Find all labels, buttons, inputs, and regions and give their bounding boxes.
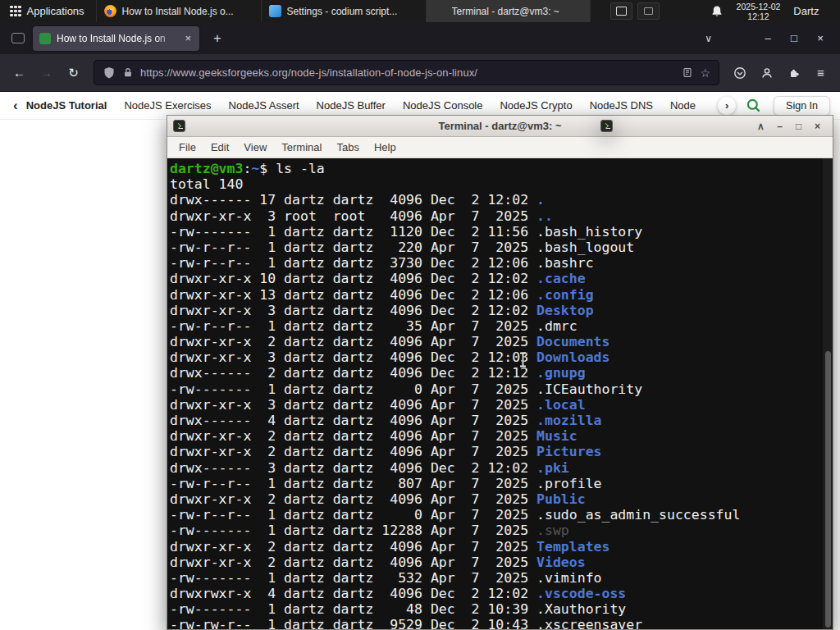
gfg-nav-item[interactable]: NodeJS Assert xyxy=(229,99,299,112)
reader-mode-icon[interactable] xyxy=(682,66,693,79)
terminal-listing-row: -rw------- 1 dartz dartz 0 Apr 7 2025 .I… xyxy=(170,381,821,397)
listing-meta: drwx------ 17 dartz dartz 4096 Dec 2 12:… xyxy=(170,192,536,208)
terminal-listing-row: drwxr-xr-x 2 dartz dartz 4096 Apr 7 2025… xyxy=(170,334,821,349)
tray-display-icon[interactable] xyxy=(610,2,632,20)
account-icon[interactable] xyxy=(753,61,780,85)
gfg-nav-item[interactable]: Node xyxy=(670,99,696,112)
listing-filename: .pki xyxy=(536,460,569,476)
window-minimize-button[interactable]: – xyxy=(755,32,781,44)
terminal-titlebar[interactable]: Terminal - dartz@vm3: ~ ∧ – □ × xyxy=(167,116,833,137)
search-icon[interactable] xyxy=(746,98,761,113)
pocket-icon[interactable] xyxy=(726,61,753,85)
screen: Applications How to Install Node.js o...… xyxy=(0,0,840,630)
clock[interactable]: 2025-12-02 12:12 xyxy=(737,2,781,21)
listing-filename: Pictures xyxy=(536,444,601,459)
listing-filename: .local xyxy=(536,397,586,413)
url-text[interactable]: https://www.geeksforgeeks.org/node-js/in… xyxy=(140,66,675,79)
gfg-nav-item[interactable]: NodeJS DNS xyxy=(590,99,653,112)
applications-grid-icon xyxy=(10,6,21,17)
window-maximize-button[interactable]: □ xyxy=(781,32,807,44)
prompt-symbol: $ xyxy=(259,161,276,176)
menubar-item-file[interactable]: File xyxy=(171,139,203,156)
listing-meta: drwxr-xr-x 10 dartz dartz 4096 Dec 2 12:… xyxy=(170,271,536,286)
listing-meta: -rw------- 1 dartz dartz 12288 Apr 7 202… xyxy=(170,523,536,538)
listing-filename: .viminfo xyxy=(536,570,601,586)
menu-icon[interactable]: ≡ xyxy=(807,61,834,85)
taskbar-item-codium[interactable]: Settings - codium script... xyxy=(261,0,426,22)
listing-filename: .ICEauthority xyxy=(536,381,642,397)
window-close-button[interactable]: × xyxy=(807,32,833,44)
taskbar-item-terminal[interactable]: Terminal - dartz@vm3: ~ xyxy=(426,0,591,22)
listing-filename: Videos xyxy=(536,555,586,570)
listing-meta: -rw-r--r-- 1 dartz dartz 807 Apr 7 2025 xyxy=(170,476,536,491)
listing-meta: -rw-rw-r-- 1 dartz dartz 9529 Dec 2 10:4… xyxy=(170,617,536,629)
listing-meta: drwxr-xr-x 2 dartz dartz 4096 Apr 7 2025 xyxy=(170,491,536,507)
gfg-nav-item[interactable]: NodeJS Buffer xyxy=(317,99,386,112)
terminal-minimize-button[interactable]: – xyxy=(770,117,789,135)
browser-tab[interactable]: How to Install Node.js on × xyxy=(33,26,199,51)
nav-scroll-right-icon[interactable]: › xyxy=(718,97,736,115)
terminal-listing-row: drwxr-xr-x 10 dartz dartz 4096 Dec 2 12:… xyxy=(170,271,821,286)
listing-meta: drwx------ 3 dartz dartz 4096 Dec 2 12:0… xyxy=(170,460,536,476)
terminal-body[interactable]: dartz@vm3:~$ ls -latotal 140drwx------ 1… xyxy=(167,158,833,629)
menubar-item-help[interactable]: Help xyxy=(367,139,404,156)
terminal-scrollbar[interactable] xyxy=(823,158,833,629)
listing-meta: drwxr-xr-x 13 dartz dartz 4096 Dec 2 12:… xyxy=(170,287,536,303)
tab-bar: How to Install Node.js on × + ∨ – □ × xyxy=(0,22,840,54)
user-label: Dartz xyxy=(793,5,819,17)
reload-button[interactable]: ↻ xyxy=(60,61,87,85)
menubar-item-tabs[interactable]: Tabs xyxy=(329,139,366,156)
listing-filename: Desktop xyxy=(536,303,594,318)
gfg-nav-item[interactable]: NodeJS Tutorial xyxy=(26,99,107,112)
terminal-listing-row: drwxr-xr-x 2 dartz dartz 4096 Apr 7 2025… xyxy=(170,539,821,555)
terminal-close-button[interactable]: × xyxy=(808,117,827,135)
listing-meta: drwxr-xr-x 2 dartz dartz 4096 Apr 7 2025 xyxy=(170,334,536,349)
menubar-item-terminal[interactable]: Terminal xyxy=(274,139,329,156)
new-tab-button[interactable]: + xyxy=(208,30,227,47)
terminal-scrollbar-thumb[interactable] xyxy=(825,351,831,628)
gfg-nav-item[interactable]: NodeJS Exercises xyxy=(124,99,211,112)
terminal-listing-row: drwx------ 17 dartz dartz 4096 Dec 2 12:… xyxy=(170,192,821,208)
listing-filename: .config xyxy=(536,287,594,303)
prompt-separator: : xyxy=(243,161,251,176)
sign-in-button[interactable]: Sign In xyxy=(774,96,830,116)
lock-icon[interactable] xyxy=(122,66,134,79)
tab-list-button[interactable]: ∨ xyxy=(698,33,719,44)
tray-window-icon[interactable] xyxy=(637,2,660,20)
nav-scroll-left-icon[interactable]: ‹ xyxy=(10,98,21,112)
menubar-item-edit[interactable]: Edit xyxy=(203,139,236,156)
gfg-nav-item[interactable]: NodeJS Console xyxy=(403,99,483,112)
tracking-shield-icon[interactable] xyxy=(103,66,116,80)
terminal-title: Terminal - dartz@vm3: ~ xyxy=(167,120,833,132)
terminal-shade-button[interactable]: ∧ xyxy=(751,117,770,135)
terminal-listing-row: drwxr-xr-x 3 dartz dartz 4096 Dec 2 12:0… xyxy=(170,349,821,365)
terminal-icon xyxy=(600,120,613,132)
listing-filename: Music xyxy=(536,428,578,444)
menubar-item-view[interactable]: View xyxy=(236,139,274,156)
back-button[interactable]: ← xyxy=(6,61,33,85)
terminal-listing-row: drwx------ 3 dartz dartz 4096 Dec 2 12:0… xyxy=(170,460,821,476)
extensions-icon[interactable] xyxy=(780,61,807,85)
gfg-nav-item[interactable]: NodeJS Crypto xyxy=(500,99,572,112)
listing-meta: -rw-r--r-- 1 dartz dartz 220 Apr 7 2025 xyxy=(170,240,536,255)
prompt-path: ~ xyxy=(251,161,259,176)
listing-filename: Downloads xyxy=(536,349,609,365)
terminal-controls: ∧ – □ × xyxy=(751,117,827,135)
terminal-listing-row: -rw-r--r-- 1 dartz dartz 35 Apr 7 2025 .… xyxy=(170,318,821,334)
url-bar[interactable]: https://www.geeksforgeeks.org/node-js/in… xyxy=(94,60,719,85)
firefox-view-icon[interactable] xyxy=(11,33,25,43)
terminal-listing-row: drwxr-xr-x 2 dartz dartz 4096 Apr 7 2025… xyxy=(170,444,821,459)
bookmark-star-icon[interactable]: ☆ xyxy=(700,66,710,80)
prompt-user: dartz@vm3 xyxy=(170,161,243,176)
terminal-maximize-button[interactable]: □ xyxy=(789,117,808,135)
listing-meta: drwxrwxr-x 4 dartz dartz 4096 Dec 2 12:0… xyxy=(170,586,536,601)
listing-meta: -rw------- 1 dartz dartz 532 Apr 7 2025 xyxy=(170,570,536,586)
forward-button[interactable]: → xyxy=(33,61,60,85)
top-panel: Applications How to Install Node.js o...… xyxy=(0,0,840,22)
notification-bell-icon[interactable] xyxy=(710,5,724,18)
tab-close-icon[interactable]: × xyxy=(183,32,193,44)
listing-filename: Templates xyxy=(536,539,609,555)
applications-menu-button[interactable]: Applications xyxy=(0,0,94,22)
listing-meta: drwxr-xr-x 3 dartz dartz 4096 Dec 2 12:0… xyxy=(170,349,536,365)
taskbar-item-firefox[interactable]: How to Install Node.js o... xyxy=(96,0,261,22)
